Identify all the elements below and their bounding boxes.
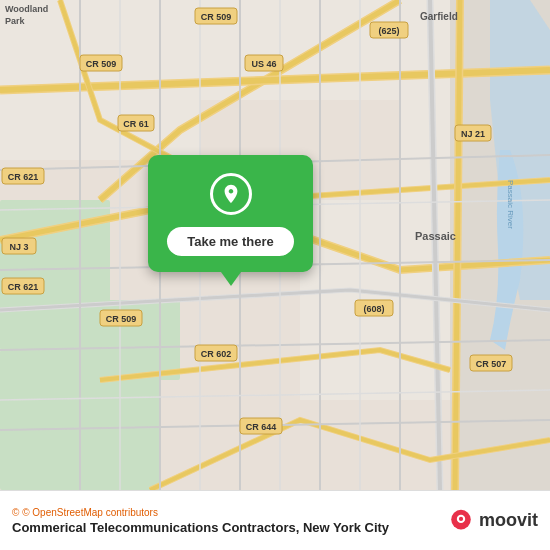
svg-text:CR 509: CR 509 (201, 12, 232, 22)
svg-text:CR 644: CR 644 (246, 422, 277, 432)
svg-text:(608): (608) (363, 304, 384, 314)
pin-icon (220, 183, 242, 205)
svg-text:US 46: US 46 (251, 59, 276, 69)
popup-arrow (221, 272, 241, 286)
svg-text:CR 621: CR 621 (8, 282, 39, 292)
svg-text:CR 507: CR 507 (476, 359, 507, 369)
moovit-logo: moovit (447, 507, 538, 535)
location-pin-circle (210, 173, 252, 215)
take-me-there-button[interactable]: Take me there (167, 227, 293, 256)
map-container[interactable]: CR 509 CR 509 CR 509 US 46 (625) NJ 3 CR… (0, 0, 550, 490)
svg-text:CR 621: CR 621 (8, 172, 39, 182)
info-text: © © OpenStreetMap contributors Commerica… (12, 507, 437, 535)
svg-text:CR 509: CR 509 (106, 314, 137, 324)
svg-text:(625): (625) (378, 26, 399, 36)
svg-text:NJ 3: NJ 3 (9, 242, 28, 252)
info-bar: © © OpenStreetMap contributors Commerica… (0, 490, 550, 550)
svg-text:Garfield: Garfield (420, 11, 458, 22)
svg-text:Woodland: Woodland (5, 4, 48, 14)
location-title: Commerical Telecommunications Contractor… (12, 520, 437, 535)
svg-text:Passaic: Passaic (415, 230, 456, 242)
svg-point-59 (459, 516, 463, 520)
moovit-icon-svg (447, 507, 475, 535)
svg-text:CR 509: CR 509 (86, 59, 117, 69)
svg-text:CR 61: CR 61 (123, 119, 149, 129)
svg-text:CR 602: CR 602 (201, 349, 232, 359)
moovit-text: moovit (479, 510, 538, 531)
svg-text:Passaic River: Passaic River (506, 180, 515, 229)
copyright-symbol: © (12, 507, 19, 518)
attribution: © © OpenStreetMap contributors (12, 507, 437, 518)
svg-text:NJ 21: NJ 21 (461, 129, 485, 139)
popup-card: Take me there (148, 155, 313, 272)
svg-text:Park: Park (5, 16, 26, 26)
attribution-text: © OpenStreetMap contributors (22, 507, 158, 518)
